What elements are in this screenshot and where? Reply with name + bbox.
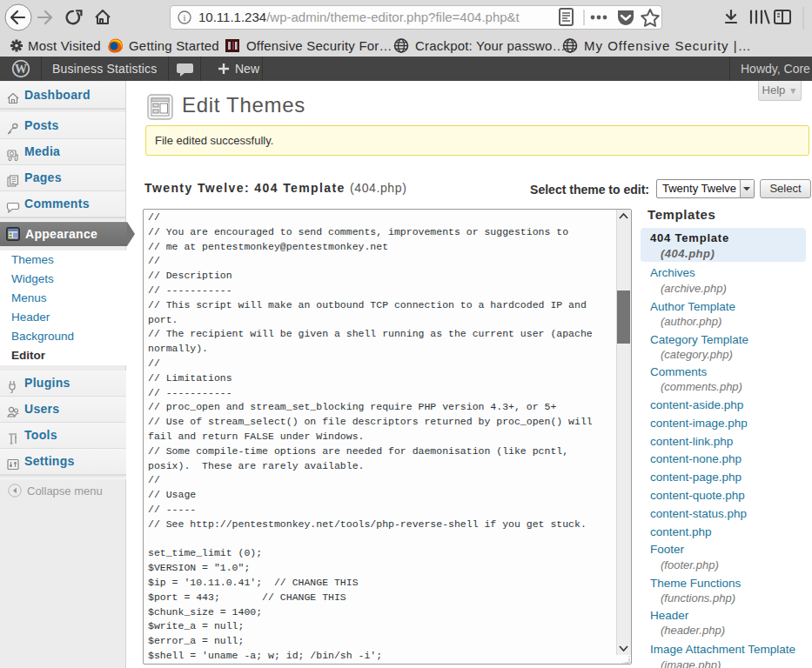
- svg-text:Business Statistics: Business Statistics: [52, 62, 158, 76]
- svg-text:New: New: [235, 62, 260, 76]
- svg-text:W: W: [15, 63, 27, 76]
- svg-text:Howdy, Core: Howdy, Core: [741, 62, 810, 76]
- svg-text:i: i: [183, 12, 185, 23]
